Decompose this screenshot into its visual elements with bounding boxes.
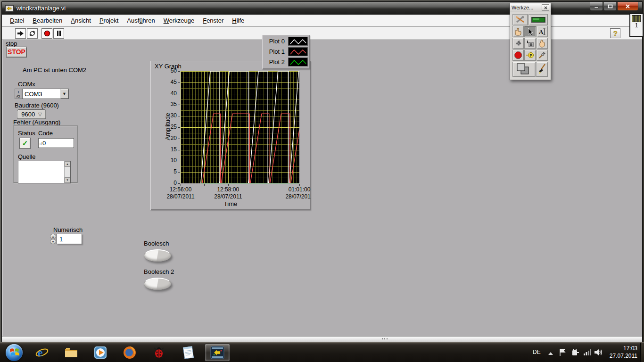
- taskbar-labview[interactable]: [205, 344, 230, 362]
- menu-item-ausführen[interactable]: Ausführen: [123, 15, 159, 26]
- internet-explorer-icon: e: [34, 345, 50, 360]
- scroll-window-tool[interactable]: [537, 38, 548, 49]
- menu-item-hilfe[interactable]: Hilfe: [228, 15, 248, 26]
- tools-palette: Werkze...: [510, 3, 551, 80]
- y-tick-label: 10: [156, 157, 177, 164]
- edit-text-tool[interactable]: A: [537, 26, 548, 37]
- auto-tool-button[interactable]: [512, 14, 528, 25]
- operate-value-tool[interactable]: [512, 26, 524, 37]
- action-center-flag-icon[interactable]: [559, 348, 566, 358]
- y-tick-mark: [178, 105, 180, 105]
- close-button[interactable]: [617, 2, 638, 11]
- legend-swatch[interactable]: [288, 37, 308, 46]
- comx-label: COMx: [18, 81, 35, 88]
- taskbar-firefox[interactable]: [117, 344, 142, 362]
- tray-language[interactable]: DE: [533, 349, 541, 355]
- stop-button[interactable]: STOP: [6, 47, 27, 58]
- pause-button[interactable]: [53, 28, 64, 39]
- minimize-button[interactable]: [590, 2, 603, 11]
- probe-tool[interactable]: P: [524, 49, 536, 61]
- legend-row-plot-2[interactable]: Plot 2: [264, 57, 308, 67]
- show-desktop-button[interactable]: [640, 343, 644, 362]
- increment-button[interactable]: ▲: [50, 234, 56, 239]
- tray-hidden-icons-button[interactable]: [548, 352, 553, 355]
- auto-select-led[interactable]: [528, 14, 548, 25]
- boolesch-button[interactable]: [144, 249, 171, 262]
- comx-value[interactable]: COM3: [22, 89, 60, 99]
- position-select-tool[interactable]: [524, 26, 536, 37]
- tray-clock[interactable]: 17:03 27.07.2011: [606, 345, 637, 360]
- y-tick-mark: [178, 94, 180, 94]
- paintbrush-tool[interactable]: [536, 62, 548, 77]
- plot-legend: Plot 0Plot 1Plot 2: [262, 35, 310, 69]
- taskbar-notepad[interactable]: [175, 344, 201, 362]
- series-plot-1: [202, 114, 299, 183]
- menu-item-werkzeuge[interactable]: Werkzeuge: [159, 15, 199, 26]
- pause-icon: [56, 30, 62, 36]
- scrollbar-grip[interactable]: [382, 338, 388, 340]
- numerisch-label: Numerisch: [53, 226, 83, 233]
- network-signal-icon[interactable]: [583, 348, 591, 357]
- baudrate-value: 9600: [21, 111, 35, 118]
- legend-swatch[interactable]: [288, 58, 308, 66]
- run-button[interactable]: [15, 28, 26, 39]
- quelle-field[interactable]: ▲ ▼: [18, 161, 71, 183]
- maximize-button[interactable]: [603, 2, 617, 11]
- y-tick-mark: [178, 150, 180, 150]
- baudrate-ring[interactable]: 9600 ▽: [17, 109, 46, 119]
- scroll-down-button[interactable]: ▼: [65, 177, 70, 183]
- x-tick-time: 12:56:00: [164, 186, 198, 193]
- tools-palette-close-button[interactable]: [542, 4, 549, 11]
- get-color-tool[interactable]: [537, 49, 548, 61]
- taskbar-media-player[interactable]: [88, 344, 113, 362]
- grab-hand-icon: [538, 40, 546, 48]
- menu-item-fenster[interactable]: Fenster: [198, 15, 228, 26]
- quelle-scrollbar[interactable]: ▲ ▼: [64, 161, 70, 183]
- menu-item-bearbeiten[interactable]: Bearbeiten: [28, 15, 66, 26]
- volume-icon[interactable]: [594, 348, 603, 358]
- y-tick-label: 15: [156, 146, 177, 153]
- numerisch-spinner: ▲ ▼: [50, 234, 56, 244]
- cursor-arrow-icon: [527, 28, 533, 36]
- set-color-tool[interactable]: [512, 62, 536, 77]
- taskbar-windows-explorer[interactable]: [58, 344, 84, 362]
- y-tick-mark: [178, 161, 180, 161]
- menu-item-datei[interactable]: Datei: [6, 15, 28, 26]
- x-tick-time: 01:01:00: [282, 186, 311, 193]
- code-field[interactable]: d0: [38, 138, 74, 148]
- auto-tool-icon: [515, 16, 526, 24]
- abort-button[interactable]: [41, 28, 52, 39]
- decrement-button[interactable]: ▼: [50, 239, 56, 244]
- vi-icon-pane[interactable]: 1: [629, 13, 644, 37]
- power-plug-icon[interactable]: [571, 348, 579, 358]
- legend-row-plot-0[interactable]: Plot 0: [264, 36, 308, 46]
- scroll-up-button[interactable]: ▲: [65, 161, 70, 167]
- taskbar-internet-explorer[interactable]: e: [29, 344, 55, 362]
- menu-item-projekt[interactable]: Projekt: [95, 15, 123, 26]
- menu-item-ansicht[interactable]: Ansicht: [66, 15, 95, 26]
- x-tick-date: 28/07/2011: [211, 193, 245, 200]
- quelle-label: Quelle: [18, 153, 36, 160]
- svg-text:e: e: [38, 346, 43, 359]
- xy-graph: XY Graph Amplitude Time 0510152025303540…: [150, 61, 311, 210]
- boolesch2-button[interactable]: [144, 278, 171, 290]
- eyedropper-icon: [538, 51, 546, 59]
- comx-dropdown-button[interactable]: ▼: [60, 89, 69, 99]
- labview-app-icon: [5, 5, 14, 12]
- y-tick-label: 25: [156, 123, 177, 130]
- y-tick-label: 50: [156, 67, 177, 74]
- tools-palette-titlebar[interactable]: Werkze...: [510, 3, 551, 12]
- legend-row-plot-1[interactable]: Plot 1: [264, 47, 308, 57]
- color-squares-icon: [516, 63, 532, 75]
- taskbar-debug-bug[interactable]: [146, 344, 172, 362]
- numerisch-value[interactable]: 1: [57, 234, 82, 244]
- legend-swatch[interactable]: [288, 47, 308, 56]
- context-help-button[interactable]: ?: [610, 28, 620, 38]
- breakpoint-tool[interactable]: [512, 49, 524, 61]
- run-arrow-icon: [17, 30, 25, 37]
- connect-wire-tool[interactable]: [512, 38, 524, 49]
- start-button[interactable]: [6, 344, 23, 361]
- run-continuous-button[interactable]: [27, 28, 38, 39]
- io-type-icon: I⁄O: [15, 89, 22, 99]
- object-shortcut-menu-tool[interactable]: [524, 38, 536, 49]
